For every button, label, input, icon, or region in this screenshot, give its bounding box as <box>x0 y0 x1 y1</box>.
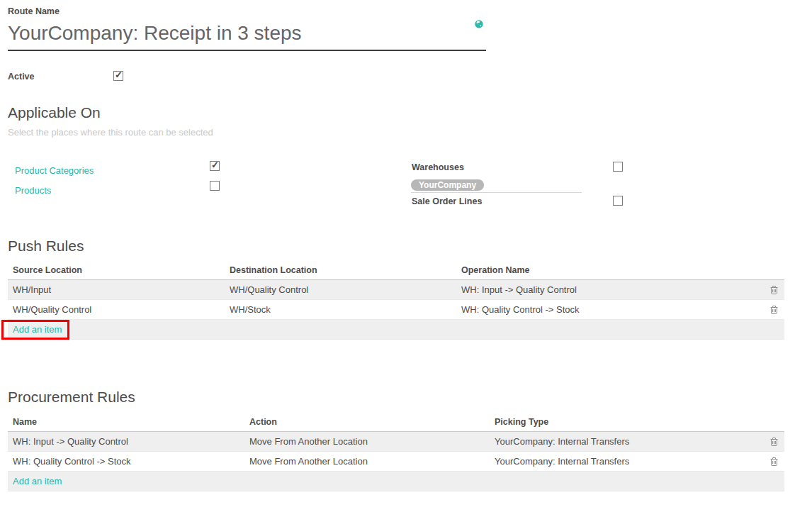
procurement-rules-heading: Procurement Rules <box>8 389 135 406</box>
trash-icon[interactable] <box>770 305 778 314</box>
route-name-input[interactable]: YourCompany: Receipt in 3 steps <box>8 21 486 51</box>
check-icon: ✓ <box>211 160 219 170</box>
push-rules-add-an-item-link[interactable]: Add an item <box>13 324 62 335</box>
cell-name[interactable]: WH: Quality Control -> Stock <box>8 456 244 467</box>
cell-source-location[interactable]: WH/Quality Control <box>8 304 225 315</box>
column-header: Action <box>244 417 490 427</box>
sale-order-lines-label: Sale Order Lines <box>412 196 482 206</box>
column-header-actions <box>759 417 784 427</box>
column-header: Name <box>8 417 244 427</box>
trash-icon[interactable] <box>770 285 778 294</box>
route-form-page: Route Name YourCompany: Receipt in 3 ste… <box>0 0 812 512</box>
push-rules-table: Source Location Destination Location Ope… <box>8 262 784 340</box>
warehouse-tag[interactable]: YourCompany <box>411 179 484 191</box>
cell-destination-location[interactable]: WH/Stock <box>225 304 456 315</box>
table-row[interactable]: WH/Quality Control WH/Stock WH: Quality … <box>8 300 784 320</box>
active-checkbox[interactable]: ✓ <box>113 71 123 81</box>
products-checkbox[interactable]: ✓ <box>210 181 220 191</box>
trash-icon[interactable] <box>770 437 778 446</box>
column-header: Picking Type <box>490 417 759 427</box>
cell-operation-name[interactable]: WH: Quality Control -> Stock <box>456 304 759 315</box>
column-header: Operation Name <box>456 265 759 275</box>
warehouses-label: Warehouses <box>412 162 464 172</box>
product-categories-link[interactable]: Product Categories <box>15 165 94 176</box>
column-header: Destination Location <box>225 265 456 275</box>
trash-icon[interactable] <box>770 457 778 466</box>
sale-order-lines-checkbox[interactable]: ✓ <box>613 196 623 206</box>
cell-source-location[interactable]: WH/Input <box>8 284 225 295</box>
check-icon: ✓ <box>115 69 123 80</box>
column-header-actions <box>759 265 784 275</box>
cell-operation-name[interactable]: WH: Input -> Quality Control <box>456 284 759 295</box>
procurement-rules-table: Name Action Picking Type WH: Input -> Qu… <box>8 414 784 491</box>
cell-action[interactable]: Move From Another Location <box>244 456 490 467</box>
applicable-on-heading: Applicable On <box>8 104 101 121</box>
table-row[interactable]: WH: Input -> Quality Control Move From A… <box>8 432 784 452</box>
cell-picking-type[interactable]: YourCompany: Internal Transfers <box>490 436 759 447</box>
column-header: Source Location <box>8 265 225 275</box>
table-row[interactable]: WH/Input WH/Quality Control WH: Input ->… <box>8 280 784 300</box>
add-item-row[interactable]: Add an item <box>8 472 784 491</box>
route-name-label: Route Name <box>8 6 60 16</box>
add-item-row[interactable]: Add an item <box>8 320 784 340</box>
product-categories-checkbox[interactable]: ✓ <box>210 161 220 171</box>
push-rules-header-row: Source Location Destination Location Ope… <box>8 262 784 280</box>
procurement-rules-add-an-item-link[interactable]: Add an item <box>13 476 62 486</box>
push-rules-heading: Push Rules <box>8 238 84 255</box>
cell-name[interactable]: WH: Input -> Quality Control <box>8 436 244 447</box>
cell-destination-location[interactable]: WH/Quality Control <box>225 284 456 295</box>
warehouses-tags-field[interactable]: YourCompany <box>411 177 582 193</box>
applicable-on-subtitle: Select the places where this route can b… <box>8 127 213 138</box>
warehouses-checkbox[interactable]: ✓ <box>613 162 623 172</box>
cell-action[interactable]: Move From Another Location <box>244 436 490 447</box>
translate-globe-icon[interactable] <box>475 20 483 30</box>
cell-picking-type[interactable]: YourCompany: Internal Transfers <box>490 456 759 467</box>
procurement-rules-header-row: Name Action Picking Type <box>8 414 784 432</box>
table-row[interactable]: WH: Quality Control -> Stock Move From A… <box>8 452 784 472</box>
active-label: Active <box>8 72 35 82</box>
products-link[interactable]: Products <box>15 185 51 196</box>
